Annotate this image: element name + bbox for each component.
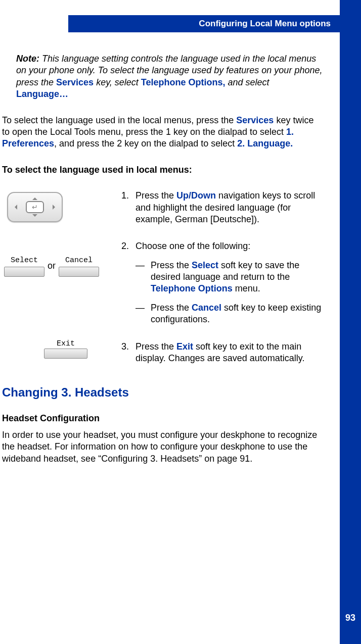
select-softkey: Select <box>4 256 44 277</box>
dash-icon: — <box>136 260 151 295</box>
services-key-link[interactable]: Services <box>236 115 274 125</box>
updown-link[interactable]: Up/Down <box>176 190 216 201</box>
step-2-option-2: — Press the Cancel soft key to keep exis… <box>121 302 324 326</box>
softkey-group: Select or Cancel <box>3 256 99 277</box>
step-1-a: Press the <box>136 190 176 201</box>
cancel-softkey-label: Cancel <box>65 256 93 266</box>
cancel-softkey-button[interactable] <box>59 267 99 277</box>
note-text-c: and select <box>225 77 269 87</box>
side-blue-bar: 93 <box>340 0 361 644</box>
exit-softkey-button[interactable] <box>44 349 87 359</box>
or-text: or <box>48 260 56 272</box>
navigation-key-icon: ↵ <box>7 192 63 222</box>
opt1-a: Press the <box>151 260 192 270</box>
section-body: In order to use your headset, you must c… <box>2 429 324 465</box>
step-3: 3. Press the Exit soft key to exit to th… <box>121 341 324 365</box>
step-3-number: 3. <box>121 341 136 365</box>
step-2-lead: Choose one of the following: <box>136 240 324 252</box>
step-2: 2. Choose one of the following: <box>121 240 324 252</box>
page-content: Note: This language setting controls the… <box>0 53 334 465</box>
opt2-a: Press the <box>151 303 192 313</box>
language-option-link[interactable]: 2. Language. <box>237 138 293 148</box>
note-text-b: key, select <box>94 77 141 87</box>
header-title: Configuring Local Menu options <box>199 18 331 29</box>
dash-icon: — <box>136 302 151 326</box>
language-link[interactable]: Language… <box>16 89 68 99</box>
section-subheading: Headset Configuration <box>2 413 334 424</box>
exit-link[interactable]: Exit <box>176 341 193 352</box>
select-softkey-label: Select <box>11 256 38 266</box>
cancel-softkey: Cancel <box>59 256 99 277</box>
up-arrow-icon <box>32 195 37 200</box>
step-row-3: Exit 3. Press the Exit soft key to exit … <box>0 341 334 365</box>
select-link[interactable]: Select <box>192 260 218 270</box>
opt1-c: menu. <box>233 283 260 293</box>
intro-a: To select the language used in the local… <box>2 115 236 125</box>
step-row-1: ↵ 1. Press the Up/Down navigation keys t… <box>0 190 334 225</box>
procedure-heading: To select the language used in local men… <box>2 164 334 176</box>
header-bar: Configuring Local Menu options <box>68 15 340 32</box>
intro-paragraph: To select the language used in the local… <box>2 115 324 150</box>
select-softkey-button[interactable] <box>4 267 44 277</box>
cancel-link[interactable]: Cancel <box>192 303 221 313</box>
left-arrow-icon <box>12 205 17 210</box>
exit-softkey-label: Exit <box>57 339 75 349</box>
step-2-option-1: — Press the Select soft key to save the … <box>121 260 324 295</box>
telephone-options-link[interactable]: Telephone Options, <box>141 77 225 87</box>
intro-c: , and press the 2 key on the dialpad to … <box>54 138 237 148</box>
steps-list: ↵ 1. Press the Up/Down navigation keys t… <box>0 190 334 364</box>
section-heading: Changing 3. Headsets <box>2 384 334 400</box>
step-2-number: 2. <box>121 240 136 252</box>
step-1: 1. Press the Up/Down navigation keys to … <box>121 190 324 225</box>
telephone-options-menu-link[interactable]: Telephone Options <box>151 283 233 293</box>
down-arrow-icon <box>32 214 37 219</box>
right-arrow-icon <box>53 205 58 210</box>
note-head: Note: <box>16 54 39 64</box>
note-paragraph: Note: This language setting controls the… <box>16 53 324 101</box>
enter-key-icon: ↵ <box>26 201 44 213</box>
services-link[interactable]: Services <box>56 77 94 87</box>
step-row-2: Select or Cancel 2. Choose one of the fo… <box>0 240 334 325</box>
step-1-number: 1. <box>121 190 136 225</box>
page-number: 93 <box>340 612 361 624</box>
exit-softkey: Exit <box>35 339 96 359</box>
step-3-a: Press the <box>136 341 176 352</box>
